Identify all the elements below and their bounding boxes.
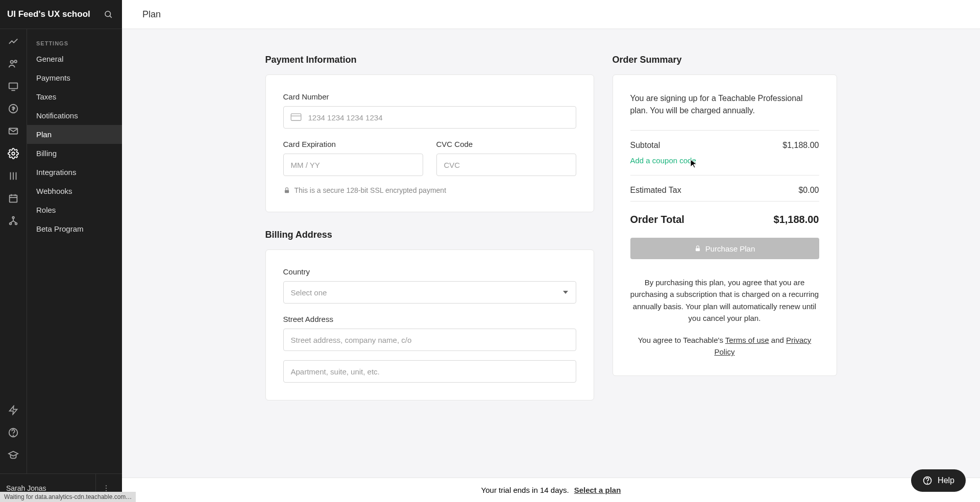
summary-description: You are signing up for a Teachable Profe… xyxy=(630,92,819,117)
tax-value: $0.00 xyxy=(798,186,819,195)
svg-point-21 xyxy=(106,490,107,491)
total-value: $1,188.00 xyxy=(774,214,819,225)
legal-text-2: You agree to Teachable's Terms of use an… xyxy=(630,334,819,358)
svg-rect-22 xyxy=(291,114,301,120)
subtotal-label: Subtotal xyxy=(630,141,660,150)
legal-text-1: By purchasing this plan, you agree that … xyxy=(630,277,819,324)
svg-point-3 xyxy=(14,60,17,63)
total-label: Order Total xyxy=(630,214,684,225)
secure-note: This is a secure 128-bit SSL encrypted p… xyxy=(283,186,576,194)
top-bar: Plan xyxy=(122,0,980,29)
subtotal-row: Subtotal $1,188.00 xyxy=(630,131,819,156)
help-circle-icon xyxy=(922,475,933,486)
expiration-label: Card Expiration xyxy=(283,140,423,148)
secure-note-text: This is a secure 128-bit SSL encrypted p… xyxy=(295,186,447,194)
svg-point-0 xyxy=(105,11,111,17)
cvc-label: CVC Code xyxy=(436,140,576,148)
sidebar: UI Feed's UX school SETTINGS General Pay… xyxy=(0,0,122,502)
search-button[interactable] xyxy=(102,8,115,21)
svg-point-20 xyxy=(106,488,107,489)
nav-area: SETTINGS General Payments Taxes Notifica… xyxy=(27,29,122,502)
help-icon[interactable] xyxy=(7,426,19,439)
tax-label: Estimated Tax xyxy=(630,186,681,195)
settings-icon[interactable] xyxy=(7,147,19,160)
coupon-link[interactable]: Add a coupon code xyxy=(630,156,696,165)
bolt-icon[interactable] xyxy=(7,404,19,416)
cvc-input[interactable] xyxy=(436,154,576,176)
svg-point-18 xyxy=(13,435,14,436)
svg-point-8 xyxy=(12,152,15,155)
search-icon xyxy=(104,10,113,19)
lock-icon xyxy=(694,245,701,252)
credit-card-icon xyxy=(290,113,302,121)
country-select[interactable]: Select one xyxy=(283,281,576,304)
nav-item-general[interactable]: General xyxy=(27,49,122,68)
status-bar: Waiting for data.analytics-cdn.teachable… xyxy=(0,492,136,502)
nav-item-plan[interactable]: Plan xyxy=(27,125,122,144)
summary-card: You are signing up for a Teachable Profe… xyxy=(612,74,837,376)
analytics-icon[interactable] xyxy=(7,35,19,47)
help-button-label: Help xyxy=(938,476,954,485)
icon-rail xyxy=(0,29,27,502)
lock-icon xyxy=(283,187,290,194)
svg-point-2 xyxy=(11,61,14,64)
total-row: Order Total $1,188.00 xyxy=(630,202,819,238)
nav-item-payments[interactable]: Payments xyxy=(27,68,122,87)
more-vertical-icon xyxy=(102,484,110,492)
sales-icon[interactable] xyxy=(7,103,19,115)
purchase-button-label: Purchase Plan xyxy=(705,244,755,253)
svg-rect-25 xyxy=(696,248,700,251)
help-button[interactable]: Help xyxy=(911,469,966,492)
trial-bar: Your trial ends in 14 days. Select a pla… xyxy=(122,478,980,502)
svg-rect-9 xyxy=(10,195,17,203)
nav-item-billing[interactable]: Billing xyxy=(27,144,122,163)
nav-item-taxes[interactable]: Taxes xyxy=(27,87,122,106)
svg-point-27 xyxy=(927,483,928,484)
street-label: Street Address xyxy=(283,315,576,323)
billing-card: Country Select one Street Address xyxy=(265,249,594,400)
summary-section-title: Order Summary xyxy=(612,55,837,65)
nav-item-integrations[interactable]: Integrations xyxy=(27,163,122,182)
trial-message: Your trial ends in 14 days. xyxy=(481,486,569,494)
payment-card: Card Number Card Expiration CVC Code xyxy=(265,74,594,212)
nav-heading: SETTINGS xyxy=(27,37,122,49)
svg-point-19 xyxy=(106,485,107,486)
street-input[interactable] xyxy=(283,329,576,351)
calendar-icon[interactable] xyxy=(7,192,19,205)
nav-item-notifications[interactable]: Notifications xyxy=(27,106,122,125)
svg-rect-24 xyxy=(284,190,288,193)
svg-marker-16 xyxy=(10,406,17,415)
svg-point-15 xyxy=(15,223,17,225)
graduation-icon[interactable] xyxy=(7,449,19,461)
expiration-input[interactable] xyxy=(283,154,423,176)
sidebar-header: UI Feed's UX school xyxy=(0,0,122,29)
hierarchy-icon[interactable] xyxy=(7,215,19,227)
select-plan-link[interactable]: Select a plan xyxy=(574,486,621,494)
svg-point-14 xyxy=(10,223,12,225)
subtotal-value: $1,188.00 xyxy=(782,141,819,150)
emails-icon[interactable] xyxy=(7,125,19,137)
svg-line-1 xyxy=(110,16,111,17)
country-label: Country xyxy=(283,267,576,276)
page-title: Plan xyxy=(142,9,161,20)
nav-item-beta[interactable]: Beta Program xyxy=(27,219,122,238)
nav-item-webhooks[interactable]: Webhooks xyxy=(27,182,122,200)
school-title: UI Feed's UX school xyxy=(7,9,102,19)
users-icon[interactable] xyxy=(7,58,19,70)
purchase-button[interactable]: Purchase Plan xyxy=(630,238,819,259)
tax-row: Estimated Tax $0.00 xyxy=(630,175,819,201)
svg-rect-4 xyxy=(9,83,18,89)
user-name: Sarah Jonas xyxy=(6,484,95,492)
nav-item-roles[interactable]: Roles xyxy=(27,200,122,219)
card-number-input[interactable] xyxy=(283,106,576,129)
payment-section-title: Payment Information xyxy=(265,55,594,65)
courses-icon[interactable] xyxy=(7,170,19,182)
apartment-input[interactable] xyxy=(283,360,576,383)
billing-section-title: Billing Address xyxy=(265,230,594,240)
svg-point-13 xyxy=(12,217,14,219)
site-icon[interactable] xyxy=(7,80,19,92)
main-content: Payment Information Card Number Card Exp… xyxy=(122,29,980,478)
terms-link[interactable]: Terms of use xyxy=(725,336,769,344)
card-number-label: Card Number xyxy=(283,92,576,101)
